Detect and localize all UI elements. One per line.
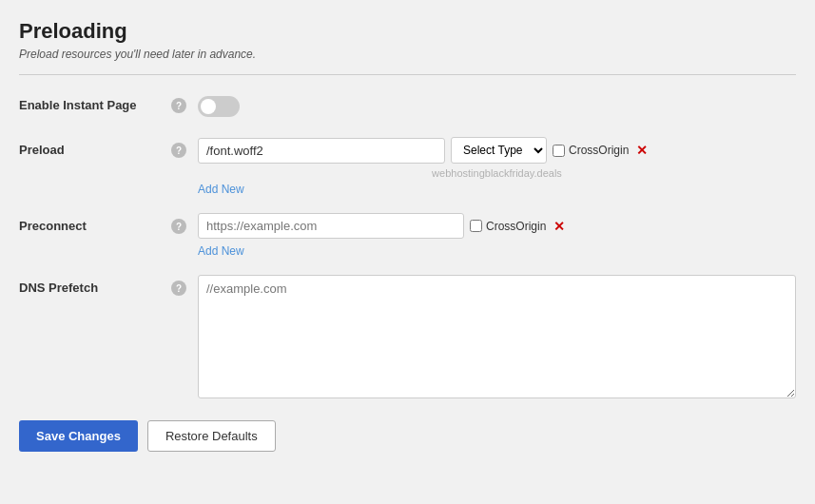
watermark: webhostingblackfriday.deals [198, 167, 796, 179]
preload-label: Preload [19, 137, 171, 157]
enable-instant-page-label: Enable Instant Page [19, 92, 171, 112]
preload-crossorigin-label: CrossOrigin [553, 144, 629, 157]
preload-help-icon[interactable]: ? [171, 143, 186, 158]
preload-add-new-link[interactable]: Add New [198, 183, 244, 196]
preload-url-input[interactable] [198, 138, 445, 164]
preload-row: Preload ? Select Type font script style … [19, 137, 796, 196]
preconnect-input-row: CrossOrigin ✕ [198, 213, 796, 239]
preconnect-crossorigin-label: CrossOrigin [470, 220, 546, 233]
page-subtitle: Preload resources you'll need later in a… [19, 48, 796, 61]
save-changes-button[interactable]: Save Changes [19, 420, 138, 452]
preload-crossorigin-checkbox[interactable] [553, 145, 565, 157]
preconnect-control-area: CrossOrigin ✕ Add New [198, 213, 796, 258]
preload-type-select[interactable]: Select Type font script style image fetc… [451, 137, 547, 164]
dns-prefetch-control-area [198, 275, 796, 401]
preconnect-crossorigin-checkbox[interactable] [470, 220, 482, 232]
preload-remove-button[interactable]: ✕ [634, 143, 650, 158]
enable-instant-page-help-icon[interactable]: ? [171, 98, 186, 113]
page-container: Preloading Preload resources you'll need… [0, 0, 815, 504]
preload-crossorigin-text: CrossOrigin [569, 144, 629, 157]
page-title: Preloading [19, 19, 796, 44]
divider [19, 74, 796, 75]
toggle-slider [198, 96, 240, 117]
dns-prefetch-textarea[interactable] [198, 275, 796, 398]
preconnect-crossorigin-text: CrossOrigin [486, 220, 546, 233]
preconnect-url-input[interactable] [198, 213, 464, 239]
preconnect-label: Preconnect [19, 213, 171, 233]
enable-instant-page-control [198, 92, 796, 120]
preconnect-remove-button[interactable]: ✕ [552, 219, 567, 234]
enable-instant-page-row: Enable Instant Page ? [19, 92, 796, 120]
dns-prefetch-row: DNS Prefetch ? [19, 275, 796, 401]
preconnect-help-icon[interactable]: ? [171, 219, 186, 234]
preload-input-row: Select Type font script style image fetc… [198, 137, 796, 164]
restore-defaults-button[interactable]: Restore Defaults [147, 420, 276, 452]
footer-buttons: Save Changes Restore Defaults [19, 420, 796, 452]
dns-prefetch-label: DNS Prefetch [19, 275, 171, 295]
dns-prefetch-help-icon[interactable]: ? [171, 281, 186, 296]
preconnect-row: Preconnect ? CrossOrigin ✕ Add New [19, 213, 796, 258]
preload-control-area: Select Type font script style image fetc… [198, 137, 796, 196]
enable-instant-page-toggle[interactable] [198, 96, 240, 117]
preconnect-add-new-link[interactable]: Add New [198, 244, 244, 258]
